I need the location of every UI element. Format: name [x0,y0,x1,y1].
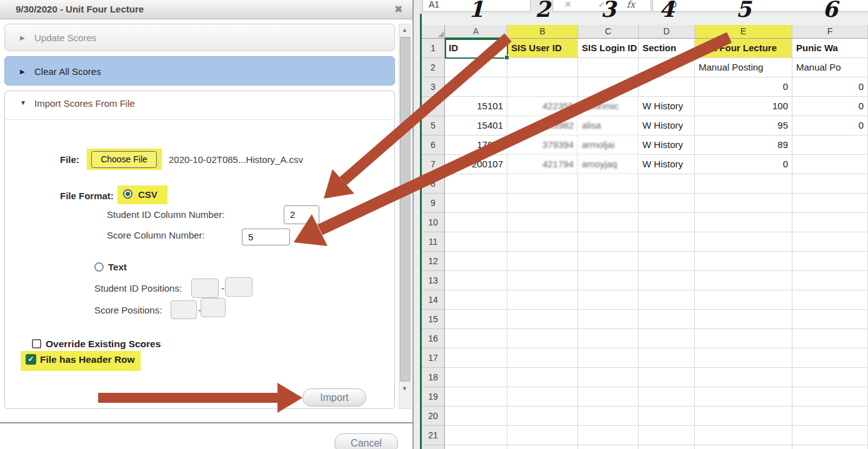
formula-cancel-icon[interactable]: ✕ [564,0,572,14]
row-header-5[interactable]: 5 [422,116,445,136]
cell-C10[interactable] [578,213,639,232]
cell-B17[interactable] [507,348,578,368]
cell-A14[interactable] [445,290,507,310]
score-column-input[interactable]: 5 [242,229,290,245]
row-header-20[interactable]: 20 [422,407,445,426]
cell-A9[interactable] [445,194,507,213]
cell-E17[interactable] [695,348,792,368]
cell-C4[interactable]: adkinmic [578,97,639,116]
cell-A18[interactable] [445,368,507,387]
select-all-cell[interactable]: ◢ [422,25,445,39]
row-header-21[interactable]: 21 [422,426,445,445]
accordion-clear-all-scores[interactable]: ▶ Clear All Scores [4,56,395,86]
cell-F2[interactable]: Manual Po [792,58,868,77]
cell-A21[interactable] [445,426,507,445]
cell-B6[interactable]: 379394 [507,136,578,155]
cell-A13[interactable] [445,271,507,290]
cell-C16[interactable] [578,329,639,348]
cell-F3[interactable]: 0 [792,77,868,97]
cell-F10[interactable] [792,213,868,232]
cell-E10[interactable] [695,213,792,232]
import-button[interactable]: Import [302,388,366,407]
cell-B20[interactable] [507,407,578,426]
cell-C6[interactable]: armoljai [578,136,639,155]
cell-F4[interactable]: 0 [792,97,868,116]
cell-F13[interactable] [792,271,868,290]
cell-A8[interactable] [445,174,507,194]
cell-A20[interactable] [445,407,507,426]
cell-D19[interactable] [639,387,695,407]
cell-E12[interactable] [695,252,792,271]
cell-F21[interactable] [792,426,868,445]
cell-A7[interactable]: 200107 [445,155,507,174]
cell-F9[interactable] [792,194,868,213]
cell-F1[interactable]: Punic Wa [792,39,868,58]
cell-D5[interactable]: W History [639,116,695,136]
cell-A4[interactable]: 15101 [445,97,507,116]
cell-E7[interactable]: 0 [695,155,792,174]
cell-C19[interactable] [578,387,639,407]
cell-F7[interactable] [792,155,868,174]
cell-F19[interactable] [792,387,868,407]
cell-C17[interactable] [578,348,639,368]
cell-B18[interactable] [507,368,578,387]
cell-D11[interactable] [639,232,695,252]
cell-E3[interactable]: 0 [695,77,792,97]
cell-B10[interactable] [507,213,578,232]
cell-E6[interactable]: 89 [695,136,792,155]
fill-handle[interactable] [504,55,509,60]
cell-C13[interactable] [578,271,639,290]
cell-C8[interactable] [578,174,639,194]
cell-B3[interactable] [507,77,578,97]
accordion-update-scores[interactable]: ▶ Update Scores [4,24,395,51]
cell-F20[interactable] [792,407,868,426]
row-header-12[interactable]: 12 [422,252,445,271]
cell-F18[interactable] [792,368,868,387]
cell-E1[interactable]: Unit Four Lecture [695,39,792,58]
cell-B12[interactable] [507,252,578,271]
cell-B2[interactable] [507,58,578,77]
score-pos-end-input[interactable] [201,298,226,317]
override-existing-checkbox[interactable] [32,339,41,348]
cell-C11[interactable] [578,232,639,252]
cell-A17[interactable] [445,348,507,368]
cell-E18[interactable] [695,368,792,387]
column-header-D[interactable]: D [639,25,695,39]
cell-D14[interactable] [639,290,695,310]
row-header-22[interactable]: 22 [422,445,445,449]
cell-D12[interactable] [639,252,695,271]
scroll-up-icon[interactable]: ▲ [399,27,410,33]
cell-F11[interactable] [792,232,868,252]
cell-B8[interactable] [507,174,578,194]
cell-D21[interactable] [639,426,695,445]
row-header-10[interactable]: 10 [422,213,445,232]
cell-F22[interactable] [792,445,868,449]
cell-C7[interactable]: amoyjaq [578,155,639,174]
cell-D3[interactable] [639,77,695,97]
cell-D8[interactable] [639,174,695,194]
cell-B14[interactable] [507,290,578,310]
row-header-7[interactable]: 7 [422,155,445,174]
cell-E22[interactable] [695,445,792,449]
cell-D20[interactable] [639,407,695,426]
cell-B22[interactable] [507,445,578,449]
row-header-19[interactable]: 19 [422,387,445,407]
cell-C14[interactable] [578,290,639,310]
cell-B13[interactable] [507,271,578,290]
csv-radio[interactable] [123,189,132,199]
row-header-17[interactable]: 17 [422,348,445,368]
row-header-2[interactable]: 2 [422,58,445,77]
cell-D18[interactable] [639,368,695,387]
cell-D4[interactable]: W History [639,97,695,116]
cell-A6[interactable]: 17040 [445,136,507,155]
cell-A11[interactable] [445,232,507,252]
cell-E21[interactable] [695,426,792,445]
cell-D9[interactable] [639,194,695,213]
cell-A5[interactable]: 15401 [445,116,507,136]
cell-D17[interactable] [639,348,695,368]
scrollbar-thumb[interactable] [400,37,411,382]
column-header-B[interactable]: B [507,25,578,39]
cell-E15[interactable] [695,310,792,329]
cell-B11[interactable] [507,232,578,252]
cell-E13[interactable] [695,271,792,290]
